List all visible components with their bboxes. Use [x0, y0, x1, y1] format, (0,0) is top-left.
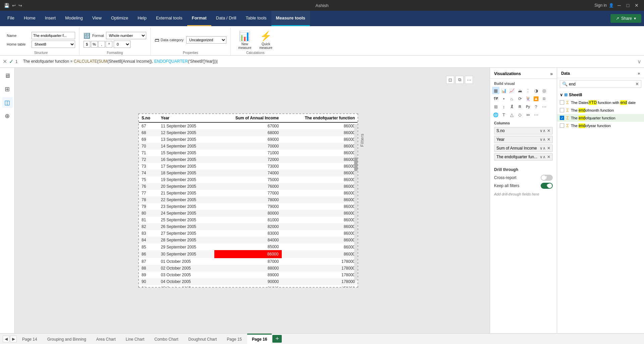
viz-pie-icon[interactable]: ◑	[532, 87, 540, 94]
viz-custom-icon[interactable]: ⋯	[540, 103, 548, 110]
column-income-remove[interactable]: ✕	[547, 146, 550, 151]
column-endofquarter-remove[interactable]: ✕	[547, 155, 550, 159]
dollar-btn[interactable]: $	[84, 41, 90, 48]
menu-optimize[interactable]: Optimize	[106, 11, 133, 26]
menu-data-drill[interactable]: Data / Drill	[211, 11, 241, 26]
viz-text-icon[interactable]: T	[500, 111, 507, 118]
canvas-more-btn[interactable]: ⋯	[465, 76, 473, 84]
data-search-bar[interactable]: 🔍 ✕	[560, 80, 641, 88]
data-item-endofquarter[interactable]: ✓ Σ The endofquarter function	[557, 114, 644, 122]
data-category-select[interactable]: Uncategorized	[186, 36, 226, 44]
checkbox-endofquarter[interactable]: ✓	[560, 116, 564, 120]
data-search-input[interactable]	[569, 82, 634, 87]
tab-grouping[interactable]: Grouping and Binning	[43, 334, 91, 344]
tab-nav-left[interactable]: ◀	[3, 336, 9, 342]
checkbox-datesytd[interactable]	[560, 100, 564, 105]
report-view-icon[interactable]: 🖥	[2, 70, 13, 81]
viz-arrows-icon[interactable]: ⇔	[524, 111, 532, 118]
number-format-select[interactable]: 0 00	[114, 41, 130, 48]
menu-external-tools[interactable]: External tools	[151, 11, 187, 26]
tab-combo-chart[interactable]: Combo Chart	[150, 334, 183, 344]
data-item-datesytd[interactable]: Σ The DatesYTD function with end date	[557, 99, 644, 106]
formula-display[interactable]: The endofquarter function = CALCULATE(SU…	[22, 58, 635, 65]
viz-card-icon[interactable]: 🃏	[524, 95, 532, 102]
menu-table-tools[interactable]: Table tools	[241, 11, 271, 26]
checkbox-endofmonth[interactable]	[560, 108, 564, 112]
viz-more-icon[interactable]: ⋯	[532, 111, 540, 118]
tab-doughnut[interactable]: Doughnut Chart	[184, 334, 222, 344]
name-input[interactable]	[32, 32, 75, 39]
share-button[interactable]: ↗ Share ▾	[610, 14, 641, 23]
viz-treemap-icon[interactable]: ▪	[500, 95, 507, 102]
viz-bar-icon[interactable]: 📊	[500, 87, 507, 94]
viz-globe-icon[interactable]: 🌐	[492, 111, 499, 118]
vertical-scrollbar[interactable]	[354, 124, 358, 280]
comma-btn[interactable]: ,	[98, 41, 105, 48]
maximize-button[interactable]: □	[625, 2, 631, 9]
viz-scatter-icon[interactable]: ⁚	[524, 87, 532, 94]
undo-icon[interactable]: ↩	[12, 3, 16, 8]
minimize-button[interactable]: ─	[616, 2, 623, 9]
cross-report-toggle[interactable]: Off	[541, 175, 553, 181]
viz-funnel-icon[interactable]: ⏢	[508, 95, 516, 102]
viz-gauge-icon[interactable]: ⟳	[516, 95, 524, 102]
viz-shape-icon[interactable]: △	[508, 111, 516, 118]
menu-home[interactable]: Home	[19, 11, 40, 26]
confirm-formula-btn[interactable]: ✓	[9, 58, 13, 65]
tab-add-btn[interactable]: +	[272, 335, 282, 343]
viz-waterfall-icon[interactable]: ↕	[500, 103, 507, 110]
viz-line-icon[interactable]: 📈	[508, 87, 516, 94]
column-year-remove[interactable]: ✕	[547, 137, 550, 142]
viz-table-icon[interactable]: ▦	[492, 87, 499, 94]
menu-measure-tools[interactable]: Measure tools	[271, 11, 310, 26]
tab-area-chart[interactable]: Area Chart	[92, 334, 120, 344]
dax-icon[interactable]: ⊕	[2, 111, 13, 121]
tab-page14[interactable]: Page 14	[17, 334, 42, 344]
tab-page15[interactable]: Page 15	[222, 334, 247, 344]
checkbox-endofyear[interactable]	[560, 123, 564, 128]
viz-slicer-icon[interactable]: ⧈	[540, 95, 548, 102]
redo-icon[interactable]: ↪	[18, 3, 22, 8]
model-view-icon[interactable]: ◫	[2, 97, 13, 108]
data-item-endofyear[interactable]: Σ The endofyear function	[557, 122, 644, 129]
save-icon[interactable]: 💾	[4, 3, 9, 8]
viz-ribbon-icon[interactable]: 🎗	[508, 103, 516, 110]
viz-map-icon[interactable]: 🗺	[492, 95, 499, 102]
sign-in-label[interactable]: Sign in	[594, 3, 607, 8]
quick-measure-btn[interactable]: ⚡ Quickmeasure	[256, 29, 276, 51]
scrollbar-thumb[interactable]	[354, 158, 358, 171]
column-endofquarter-sort[interactable]: ∨∧	[540, 155, 546, 159]
column-sno-sort[interactable]: ∨∧	[540, 128, 546, 133]
column-year-sort[interactable]: ∨∧	[540, 137, 546, 142]
canvas-copy-btn[interactable]: ⧉	[455, 76, 464, 84]
percent-btn[interactable]: %	[91, 41, 98, 48]
home-table-select[interactable]: Sheet8	[32, 41, 75, 48]
viz-kpi-icon[interactable]: 🔼	[532, 95, 540, 102]
viz-donut-icon[interactable]: ◎	[540, 87, 548, 94]
tab-page16[interactable]: Page 16	[247, 334, 272, 344]
decimal-btn[interactable]: ⁰	[106, 41, 112, 48]
tab-nav-right[interactable]: ▶	[10, 336, 17, 342]
viz-matrix-icon[interactable]: ⊞	[492, 103, 499, 110]
menu-help[interactable]: Help	[133, 11, 151, 26]
viz-r-icon[interactable]: R	[516, 103, 524, 110]
search-clear-icon[interactable]: ✕	[635, 81, 639, 87]
close-button[interactable]: ✕	[633, 2, 640, 9]
data-panel-expand[interactable]: »	[638, 71, 640, 76]
menu-modeling[interactable]: Modeling	[60, 11, 88, 26]
column-income-sort[interactable]: ∨∧	[540, 146, 546, 151]
menu-file[interactable]: File	[3, 11, 19, 26]
data-item-endofmonth[interactable]: Σ The endofmonth function	[557, 106, 644, 114]
new-measure-btn[interactable]: 📊 Newmeasure	[235, 29, 255, 51]
format-select[interactable]: Whole number Decimal Percentage	[106, 32, 146, 39]
viz-expand-icon[interactable]: »	[550, 71, 553, 76]
column-sno-remove[interactable]: ✕	[547, 128, 550, 133]
tab-line-chart[interactable]: Line Chart	[121, 334, 149, 344]
keep-filters-toggle[interactable]: On	[541, 183, 553, 189]
viz-area-icon[interactable]: ⛰	[516, 87, 524, 94]
menu-insert[interactable]: Insert	[40, 11, 61, 26]
viz-diamond-icon[interactable]: ◇	[516, 111, 524, 118]
canvas-expand-btn[interactable]: ⊡	[446, 76, 454, 84]
cancel-formula-btn[interactable]: ✕	[3, 58, 7, 65]
viz-qna-icon[interactable]: ?	[532, 103, 540, 110]
